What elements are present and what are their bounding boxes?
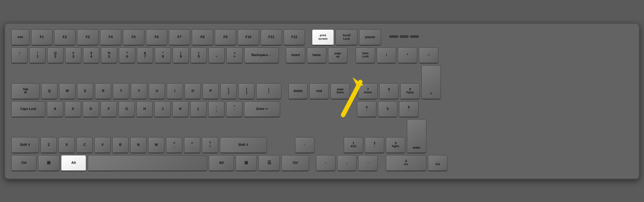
key-m[interactable]: M: [148, 137, 164, 153]
key-alt-left[interactable]: Alt: [61, 155, 86, 171]
key-insert[interactable]: insert: [286, 47, 305, 64]
key-num-6[interactable]: 6→: [399, 101, 419, 118]
key-shift-right[interactable]: Shift ⇧: [220, 137, 267, 153]
key-num-minus[interactable]: –: [419, 47, 438, 64]
key-3[interactable]: #3: [65, 47, 81, 64]
key-f4[interactable]: F4: [100, 29, 121, 46]
key-num-3[interactable]: 3PgDn: [386, 137, 405, 153]
key-num-8[interactable]: 8↑: [379, 83, 399, 100]
key-5[interactable]: %5: [101, 47, 117, 64]
key-tab[interactable]: Tab⇄: [11, 83, 40, 100]
key-v[interactable]: V: [94, 137, 111, 153]
key-win-right[interactable]: ⊞: [236, 155, 257, 171]
key-2[interactable]: @2: [47, 47, 64, 64]
key-8[interactable]: *8: [155, 47, 171, 64]
key-equals[interactable]: +=: [226, 47, 243, 64]
key-b[interactable]: B: [112, 137, 129, 153]
key-ctrl-left[interactable]: Ctrl: [11, 155, 36, 171]
key-print-screen[interactable]: printscreen: [312, 29, 334, 46]
key-e[interactable]: E: [77, 83, 93, 100]
key-caps-lock[interactable]: Caps Lock: [11, 101, 45, 118]
key-arrow-down[interactable]: ↓: [337, 155, 357, 171]
key-f1[interactable]: F1: [31, 29, 53, 46]
key-h[interactable]: H: [136, 101, 153, 118]
key-f10[interactable]: F10: [238, 29, 259, 46]
key-num-5[interactable]: 5: [378, 101, 397, 118]
key-num-plus[interactable]: +: [421, 65, 441, 100]
key-s[interactable]: S: [65, 101, 81, 118]
key-quote[interactable]: "': [226, 101, 242, 118]
key-scroll-lock[interactable]: ScrollLock: [336, 29, 358, 46]
key-g[interactable]: G: [119, 101, 135, 118]
key-q[interactable]: Q: [41, 83, 58, 100]
key-6[interactable]: ^6: [119, 47, 135, 64]
key-minus[interactable]: _–: [208, 47, 225, 64]
key-comma[interactable]: <,: [166, 137, 182, 153]
key-num-lock[interactable]: NumLock: [356, 47, 375, 64]
key-semicolon[interactable]: :;: [208, 101, 225, 118]
key-f[interactable]: F: [101, 101, 117, 118]
key-slash[interactable]: ?/: [202, 137, 218, 153]
key-enter[interactable]: Enter ↵: [244, 101, 280, 118]
key-9[interactable]: (9: [173, 47, 189, 64]
key-space[interactable]: [88, 155, 207, 171]
key-i[interactable]: I: [167, 83, 183, 100]
key-o[interactable]: O: [185, 83, 201, 100]
key-p[interactable]: P: [203, 83, 219, 100]
key-home[interactable]: home: [307, 47, 326, 64]
key-f8[interactable]: F8: [192, 29, 213, 46]
key-alt-right[interactable]: Alt: [209, 155, 234, 171]
key-win-left[interactable]: ⊞: [38, 155, 59, 171]
key-shift-left[interactable]: Shift ⇧: [11, 137, 39, 153]
key-delete[interactable]: delete: [288, 83, 308, 100]
key-page-up[interactable]: pageup: [328, 47, 347, 64]
key-0[interactable]: )0: [191, 47, 207, 64]
key-period[interactable]: >.: [184, 137, 200, 153]
key-x[interactable]: X: [58, 137, 75, 153]
key-num-dot[interactable]: .Del: [428, 155, 447, 171]
key-num-enter[interactable]: enter: [407, 119, 426, 153]
key-num-2[interactable]: 2↓: [365, 137, 384, 153]
key-f6[interactable]: F6: [146, 29, 167, 46]
key-d[interactable]: D: [83, 101, 99, 118]
key-7[interactable]: &7: [137, 47, 153, 64]
key-z[interactable]: Z: [41, 137, 57, 153]
key-num-9[interactable]: 9PgUp: [400, 83, 420, 100]
key-l[interactable]: L: [190, 101, 207, 118]
key-arrow-left[interactable]: ←: [316, 155, 336, 171]
key-f12[interactable]: F12: [284, 29, 305, 46]
key-k[interactable]: K: [172, 101, 189, 118]
key-backtick[interactable]: ~`: [11, 47, 28, 64]
key-1[interactable]: !1: [29, 47, 46, 64]
key-f9[interactable]: F9: [215, 29, 236, 46]
key-num-0[interactable]: 0Ins: [386, 155, 426, 171]
key-num-slash[interactable]: /: [377, 47, 396, 64]
key-j[interactable]: J: [154, 101, 171, 118]
key-esc[interactable]: esc: [11, 29, 30, 46]
key-n[interactable]: N: [130, 137, 147, 153]
key-end[interactable]: end: [309, 83, 329, 100]
key-f5[interactable]: F5: [123, 29, 144, 46]
key-arrow-right[interactable]: →: [358, 155, 378, 171]
key-right-bracket[interactable]: }]: [238, 83, 255, 100]
key-num-asterisk[interactable]: *: [398, 47, 417, 64]
key-f3[interactable]: F3: [77, 29, 98, 46]
key-f2[interactable]: F2: [54, 29, 75, 46]
key-backspace[interactable]: Backspace ←: [244, 47, 279, 64]
key-pause[interactable]: pause: [359, 29, 381, 46]
key-menu[interactable]: ☰: [258, 155, 280, 171]
key-ctrl-right[interactable]: Ctrl: [281, 155, 309, 171]
key-u[interactable]: U: [149, 83, 165, 100]
key-left-bracket[interactable]: {[: [220, 83, 237, 100]
key-a[interactable]: A: [47, 101, 63, 118]
key-y[interactable]: Y: [131, 83, 147, 100]
key-t[interactable]: T: [113, 83, 129, 100]
key-w[interactable]: W: [59, 83, 75, 100]
key-4[interactable]: $4: [83, 47, 99, 64]
key-backslash[interactable]: |\: [256, 83, 281, 100]
key-c[interactable]: C: [76, 137, 93, 153]
key-arrow-up[interactable]: ↑: [295, 137, 314, 153]
key-f7[interactable]: F7: [169, 29, 190, 46]
key-r[interactable]: R: [95, 83, 111, 100]
key-f11[interactable]: F11: [261, 29, 282, 46]
